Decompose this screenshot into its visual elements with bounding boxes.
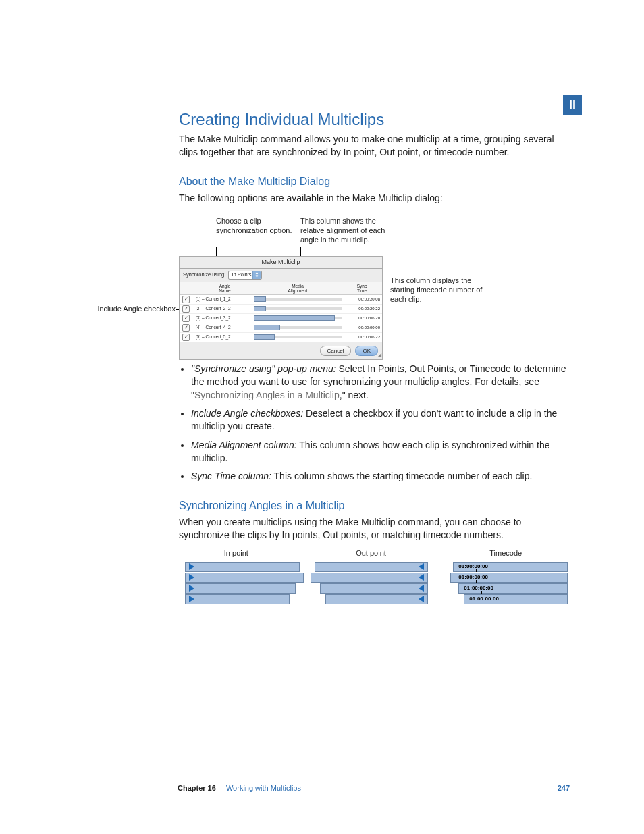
- page-footer: Chapter 16 Working with Multiclips 247: [178, 783, 570, 793]
- header-sync: Sync Time: [342, 284, 382, 293]
- clip-bar-row: 01:00:00:00: [445, 562, 566, 572]
- include-angle-checkbox[interactable]: ✓: [182, 324, 190, 332]
- in-point-icon: [189, 596, 194, 602]
- clip-bar-row: 01:00:00:00: [445, 594, 566, 604]
- timecode-label: Timecode: [445, 548, 566, 558]
- dialog-title: Make Multiclip: [180, 257, 382, 268]
- timecode-tick-icon: [481, 591, 482, 594]
- clip-bar-row: [311, 573, 432, 583]
- clip-bar: [311, 573, 428, 583]
- angle-row: ✓[4] – Concert_4_200:00:00:00: [180, 323, 382, 333]
- callout-sync-time: This column displays the starting timeco…: [390, 276, 485, 304]
- clip-bar: [185, 594, 290, 604]
- page-heading: Creating Individual Multiclips: [179, 108, 566, 130]
- angle-name: [4] – Concert_4_2: [196, 325, 254, 331]
- angle-name: [5] – Concert_5_2: [196, 334, 254, 340]
- clip-bar: [315, 562, 428, 572]
- term: "Synchronize using" pop-up menu:: [191, 363, 336, 374]
- footer-page: 247: [558, 783, 570, 793]
- callout-sync-option: Choose a clip synchronization option.: [216, 217, 297, 236]
- part-tab: II: [563, 95, 582, 115]
- clip-bar-row: [176, 594, 297, 604]
- make-multiclip-dialog: Make Multiclip Synchronize using: In Poi…: [179, 256, 383, 360]
- options-list: "Synchronize using" pop-up menu: Select …: [179, 363, 566, 484]
- intro-text: The Make Multiclip command allows you to…: [179, 133, 566, 159]
- callout-media-column-text: This column shows the relative alignment…: [300, 217, 385, 244]
- sync-using-popup[interactable]: In Points ▲▼: [228, 271, 261, 280]
- section-about-text: The following options are available in t…: [179, 192, 566, 205]
- section-about-dialog: About the Make Multiclip Dialog: [179, 174, 566, 189]
- clip-bar-row: [311, 594, 432, 604]
- clip-bar: [325, 594, 428, 604]
- term: Include Angle checkboxes:: [191, 408, 303, 419]
- popup-arrows-icon: ▲▼: [252, 271, 261, 279]
- footer-chapter: Chapter 16: [178, 784, 216, 792]
- outpoint-diagram: Out point: [311, 548, 432, 604]
- timecode-diagram: Timecode 01:00:00:0001:00:00:0001:00:00:…: [445, 548, 566, 604]
- callout-sync-option-text: Choose a clip synchronization option.: [216, 217, 292, 234]
- decor-right-rule: [579, 115, 579, 790]
- cross-ref-link[interactable]: Synchronizing Angles in a Multiclip: [194, 390, 340, 400]
- section-sync-text: When you create multiclips using the Mak…: [179, 516, 566, 542]
- make-multiclip-figure: Choose a clip synchronization option. Th…: [74, 217, 567, 359]
- dialog-headers: Angle Name Media Alignment Sync Time: [180, 282, 382, 295]
- clip-bar-row: [311, 583, 432, 594]
- term-text-after: ," next.: [340, 390, 369, 400]
- clip-bar: [320, 583, 428, 594]
- angle-name: [2] – Concert_2_2: [196, 306, 254, 312]
- include-angle-checkbox[interactable]: ✓: [182, 334, 190, 341]
- angle-row: ✓[5] – Concert_5_200:00:06:22: [180, 333, 382, 342]
- cancel-button[interactable]: Cancel: [320, 346, 352, 356]
- clip-bar-row: [176, 562, 297, 572]
- include-angle-checkbox[interactable]: ✓: [182, 305, 190, 313]
- out-point-icon: [419, 574, 424, 581]
- clip-bar-row: 01:00:00:00: [445, 583, 566, 594]
- clip-bar-row: [176, 573, 297, 583]
- outpoint-label: Out point: [311, 548, 432, 558]
- ok-button[interactable]: OK: [355, 346, 378, 356]
- clip-bar: [185, 583, 296, 594]
- term-text: This column shows the starting timecode …: [271, 471, 532, 481]
- header-angle: Angle Name: [196, 284, 254, 293]
- footer-title: Working with Multiclips: [226, 784, 301, 792]
- angle-name: [1] – Concert_1_2: [196, 296, 254, 303]
- sync-time: 00:00:06:20: [342, 315, 382, 321]
- clip-bar-row: [176, 583, 297, 594]
- inpoint-label: In point: [176, 548, 297, 558]
- in-point-icon: [189, 585, 194, 592]
- sync-time: 00:00:20:08: [342, 296, 382, 302]
- clip-bar: [185, 573, 304, 583]
- term: Media Alignment column:: [191, 440, 297, 450]
- timecode-value: 01:00:00:00: [469, 595, 499, 602]
- sync-using-label: Synchronize using:: [183, 271, 225, 278]
- callout-media-column: This column shows the relative alignment…: [300, 217, 402, 244]
- angle-name: [3] – Concert_3_2: [196, 315, 254, 321]
- sync-time: 00:00:20:22: [342, 306, 382, 311]
- list-item: Sync Time column: This column shows the …: [191, 470, 566, 483]
- angle-row: ✓[1] – Concert_1_200:00:20:08: [180, 295, 382, 305]
- out-point-icon: [419, 563, 424, 570]
- sync-time: 00:00:06:22: [342, 334, 382, 340]
- include-angle-checkbox[interactable]: ✓: [182, 296, 190, 303]
- media-alignment-cell: [254, 334, 342, 340]
- media-alignment-cell: [254, 324, 342, 331]
- media-alignment-cell: [254, 305, 342, 312]
- clip-bar: [185, 562, 300, 572]
- sync-using-value: In Points: [232, 271, 251, 278]
- resize-grip-icon: ◢: [377, 351, 381, 359]
- angle-row: ✓[3] – Concert_3_200:00:06:20: [180, 314, 382, 323]
- in-point-icon: [189, 574, 194, 581]
- callout-sync-time-text: This column displays the starting timeco…: [390, 276, 482, 303]
- sync-diagrams: In point Out point Timecode 01:00:00:000…: [176, 548, 566, 604]
- timecode-tick-icon: [476, 580, 477, 583]
- term: Sync Time column:: [191, 471, 271, 481]
- clip-bar-row: [311, 562, 432, 572]
- include-angle-checkbox[interactable]: ✓: [182, 315, 190, 322]
- callout-include-angle-text: Include Angle checkbox: [97, 305, 176, 313]
- angle-row: ✓[2] – Concert_2_200:00:20:22: [180, 305, 382, 314]
- section-sync-angles: Synchronizing Angles in a Multiclip: [179, 498, 566, 513]
- list-item: Media Alignment column: This column show…: [191, 439, 566, 465]
- timecode-value: 01:00:00:00: [458, 563, 488, 570]
- timecode-value: 01:00:00:00: [458, 573, 488, 581]
- timecode-value: 01:00:00:00: [464, 584, 493, 592]
